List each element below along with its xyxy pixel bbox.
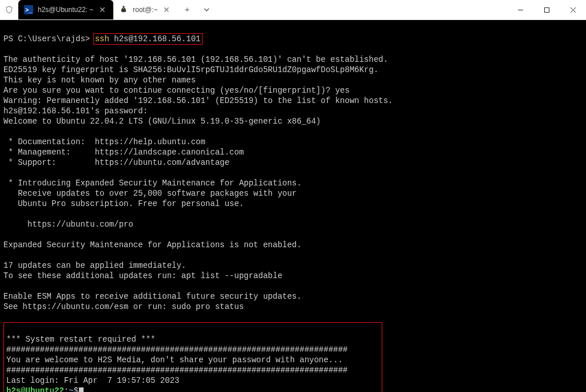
shell-prompt: h2s@Ubuntu22:~$ [6, 386, 379, 392]
output-line: Expanded Security Maintenance for Applic… [3, 240, 583, 250]
svg-rect-3 [544, 7, 549, 12]
output-line [3, 229, 583, 240]
output-line: Last login: Fri Apr 7 19:57:05 2023 [6, 375, 379, 386]
new-tab-button[interactable]: ＋ [177, 0, 197, 19]
tab-dropdown-button[interactable] [197, 0, 216, 19]
output-line: ED25519 key fingerprint is SHA256:BuUvlI… [3, 65, 583, 75]
close-window-button[interactable] [560, 0, 586, 19]
close-icon[interactable]: ✕ [162, 5, 171, 14]
prompt-prefix: PS C:\Users\rajds> [3, 34, 90, 43]
cursor [79, 387, 84, 392]
output-line: ########################################… [6, 365, 379, 375]
titlebar: >_ h2s@Ubuntu22: ~ ✕ root@:~ ✕ ＋ [0, 0, 586, 20]
tab-active-title: h2s@Ubuntu22: ~ [38, 6, 93, 14]
output-line: * Documentation: https://help.ubuntu.com [3, 137, 583, 147]
terminal-output[interactable]: PS C:\Users\rajds> ssh h2s@192.168.56.10… [0, 20, 586, 392]
output-line: Receive updates to over 25,000 software … [3, 188, 583, 199]
svg-point-1 [124, 7, 125, 7]
shield-icon [0, 0, 18, 19]
output-line: Ubuntu Pro subscription. Free for person… [3, 199, 583, 209]
ssh-target: h2s@192.168.56.101 [114, 34, 200, 43]
svg-point-0 [122, 7, 123, 7]
powershell-icon: >_ [24, 5, 33, 14]
output-line [3, 168, 583, 178]
output-line: ########################################… [6, 345, 379, 355]
login-banner-highlight: *** System restart required ***#########… [3, 322, 382, 392]
ssh-word: ssh [95, 34, 109, 43]
output-line: https://ubuntu.com/pro [3, 219, 583, 229]
prompt-userhost: h2s@Ubuntu22 [6, 386, 64, 392]
ssh-command-highlight: ssh h2s@192.168.56.101 [93, 33, 203, 45]
output-line: *** System restart required *** [6, 334, 379, 345]
output-line: * Introducing Expanded Security Maintena… [3, 178, 583, 188]
output-line: Warning: Permanently added '192.168.56.1… [3, 96, 583, 106]
prompt-sep: : [64, 386, 69, 392]
tab-active[interactable]: >_ h2s@Ubuntu22: ~ ✕ [18, 0, 113, 19]
window-controls [507, 0, 586, 19]
output-line [3, 250, 583, 260]
output-line: Enable ESM Apps to receive additional fu… [3, 291, 583, 302]
motd-block: The authenticity of host '192.168.56.101… [3, 54, 583, 312]
output-line: The authenticity of host '192.168.56.101… [3, 54, 583, 65]
output-line: 17 updates can be applied immediately. [3, 260, 583, 271]
output-line [3, 281, 583, 291]
tab-inactive-title: root@:~ [133, 6, 157, 14]
output-line: Welcome to Ubuntu 22.04.2 LTS (GNU/Linux… [3, 116, 583, 126]
output-line [3, 209, 583, 219]
output-line: To see these additional updates run: apt… [3, 271, 583, 281]
minimize-button[interactable] [507, 0, 533, 19]
output-line [6, 324, 379, 334]
prompt-path: ~ [69, 386, 73, 392]
output-line: * Support: https://ubuntu.com/advantage [3, 157, 583, 168]
output-line: * Management: https://landscape.canonica… [3, 147, 583, 157]
tab-inactive[interactable]: root@:~ ✕ [113, 0, 177, 19]
output-line [3, 126, 583, 137]
prompt-dollar: $ [74, 386, 78, 392]
output-line: See https://ubuntu.com/esm or run: sudo … [3, 302, 583, 312]
output-line: Are you sure you want to continue connec… [3, 85, 583, 96]
output-line: h2s@192.168.56.101's password: [3, 106, 583, 116]
close-icon[interactable]: ✕ [98, 5, 107, 14]
command-line: PS C:\Users\rajds> ssh h2s@192.168.56.10… [3, 34, 583, 44]
output-line: You are welcome to H2S Media, don't shar… [6, 355, 379, 365]
maximize-button[interactable] [533, 0, 560, 19]
tux-icon [119, 5, 128, 14]
output-line: This key is not known by any other names [3, 75, 583, 85]
